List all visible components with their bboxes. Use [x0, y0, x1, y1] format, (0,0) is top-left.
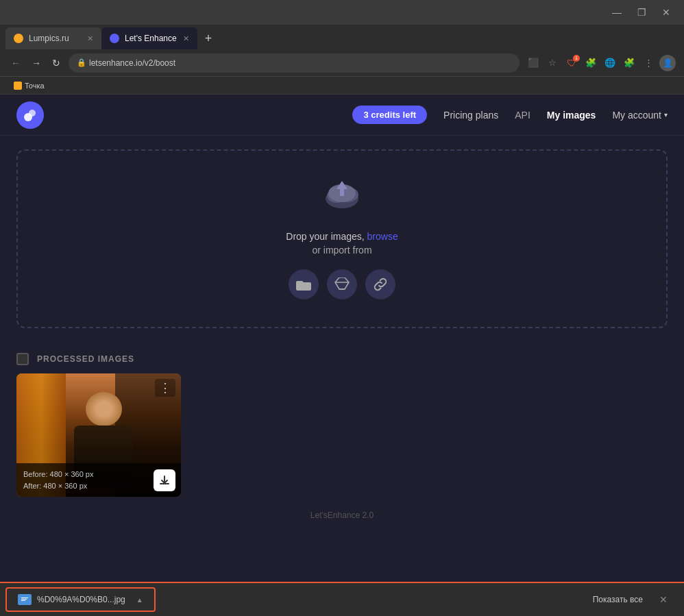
svg-rect-10	[21, 599, 27, 600]
import-link-button[interactable]	[365, 269, 395, 299]
svg-point-1	[29, 110, 36, 116]
show-all-button[interactable]: Показать все	[587, 592, 648, 607]
browser-window: — ❐ ✕ Lumpics.ru ✕ Let's Enhance ✕ + ← →…	[0, 0, 684, 582]
upload-cloud-icon	[321, 178, 363, 220]
card-before-label: Before: 480 × 360 px	[23, 469, 174, 480]
card-menu-button[interactable]: ⋮	[155, 379, 175, 397]
globe-icon[interactable]: 🌐	[602, 55, 618, 71]
import-drive-button[interactable]	[327, 269, 357, 299]
credits-badge[interactable]: 3 credits left	[352, 106, 427, 124]
download-bar: %D0%9A%D0%B0...jpg ▲ Показать все ✕	[0, 582, 684, 616]
close-button[interactable]: ✕	[659, 5, 673, 19]
nav-my-account[interactable]: My account ▾	[612, 110, 668, 121]
extension-red-icon[interactable]: 🛡 1	[563, 55, 580, 71]
minimize-button[interactable]: —	[610, 5, 624, 19]
tab-label-lumpics: Lumpics.ru	[29, 34, 69, 43]
images-grid: ⋮ Before: 480 × 360 px After: 480 × 360 …	[0, 373, 684, 497]
card-download-button[interactable]	[154, 469, 175, 491]
image-thumbnail[interactable]: ⋮ Before: 480 × 360 px After: 480 × 360 …	[16, 373, 181, 497]
bookmark-label: Точка	[25, 82, 45, 90]
download-expand-icon[interactable]: ▲	[136, 596, 143, 604]
tab-bar: Lumpics.ru ✕ Let's Enhance ✕ +	[0, 25, 684, 49]
upload-area[interactable]: Drop your images, browse or import from	[16, 149, 668, 328]
upload-drop-text: Drop your images, browse	[286, 231, 398, 242]
page-footer: Let'sEnhance 2.0	[0, 497, 684, 534]
title-bar: — ❐ ✕	[0, 0, 684, 25]
svg-rect-11	[21, 600, 25, 601]
select-all-checkbox[interactable]	[16, 353, 29, 365]
maximize-button[interactable]: ❐	[635, 5, 648, 19]
download-bar-right: Показать все ✕	[587, 591, 684, 608]
app-header: 3 credits left Pricing plans API My imag…	[0, 95, 684, 136]
forward-button[interactable]: →	[29, 56, 44, 70]
tab-letsenhance[interactable]: Let's Enhance ✕	[101, 27, 197, 49]
close-download-button[interactable]: ✕	[654, 591, 673, 608]
tab-favicon-lumpics	[14, 34, 23, 43]
download-item-name: %D0%9A%D0%B0...jpg	[37, 595, 125, 604]
upload-import-text: or import from	[312, 245, 371, 256]
browse-link[interactable]: browse	[367, 231, 398, 242]
refresh-button[interactable]: ↻	[49, 56, 63, 70]
my-account-label: My account	[612, 110, 661, 121]
window-controls: — ❐ ✕	[610, 5, 676, 19]
nav-api[interactable]: API	[515, 110, 530, 121]
card-after-label: After: 480 × 360 px	[23, 480, 174, 492]
svg-rect-7	[340, 186, 344, 196]
tab-close-lumpics[interactable]: ✕	[87, 34, 93, 43]
section-header: PROCESSED IMAGES	[0, 342, 684, 373]
bookmark-tochka[interactable]: Точка	[8, 80, 50, 91]
import-icons	[289, 269, 395, 299]
extension-green-icon[interactable]: 🧩	[583, 55, 599, 71]
footer-label: Let'sEnhance 2.0	[310, 510, 374, 520]
bookmark-favicon	[14, 82, 22, 90]
chevron-down-icon: ▾	[664, 111, 668, 119]
page-content: 3 credits left Pricing plans API My imag…	[0, 95, 684, 582]
bookmark-icon[interactable]: ☆	[544, 55, 561, 71]
download-item-icon	[18, 594, 32, 605]
address-input[interactable]: 🔒 letsenhance.io/v2/boost	[69, 53, 520, 73]
tab-label-letsenhance: Let's Enhance	[125, 34, 177, 43]
translate-icon[interactable]: ⬛	[525, 55, 541, 71]
address-bar: ← → ↻ 🔒 letsenhance.io/v2/boost ⬛ ☆ 🛡 1 …	[0, 49, 684, 77]
nav-my-images[interactable]: My images	[541, 107, 602, 123]
new-tab-button[interactable]: +	[197, 27, 219, 49]
nav-pricing[interactable]: Pricing plans	[438, 107, 504, 123]
badge-count: 1	[573, 55, 580, 62]
profile-avatar[interactable]: 👤	[659, 55, 676, 71]
toolbar-icons: ⬛ ☆ 🛡 1 🧩 🌐 🧩 ⋮ 👤	[525, 55, 676, 71]
tab-lumpics[interactable]: Lumpics.ru ✕	[5, 27, 101, 49]
tab-favicon-letsenhance	[110, 34, 119, 43]
app-logo[interactable]	[16, 101, 44, 129]
section-title: PROCESSED IMAGES	[37, 354, 134, 364]
svg-rect-9	[21, 597, 28, 598]
address-text: letsenhance.io/v2/boost	[89, 58, 175, 68]
extensions-icon[interactable]: 🧩	[621, 55, 637, 71]
import-folder-button[interactable]	[289, 269, 319, 299]
more-options-icon[interactable]: ⋮	[640, 55, 657, 71]
bookmarks-bar: Точка	[0, 77, 684, 95]
header-nav: 3 credits left Pricing plans API My imag…	[352, 106, 668, 124]
lock-icon: 🔒	[77, 58, 86, 67]
download-item[interactable]: %D0%9A%D0%B0...jpg ▲	[5, 587, 156, 612]
image-card: ⋮ Before: 480 × 360 px After: 480 × 360 …	[16, 373, 181, 497]
tab-close-letsenhance[interactable]: ✕	[183, 34, 189, 43]
back-button[interactable]: ←	[8, 56, 23, 70]
